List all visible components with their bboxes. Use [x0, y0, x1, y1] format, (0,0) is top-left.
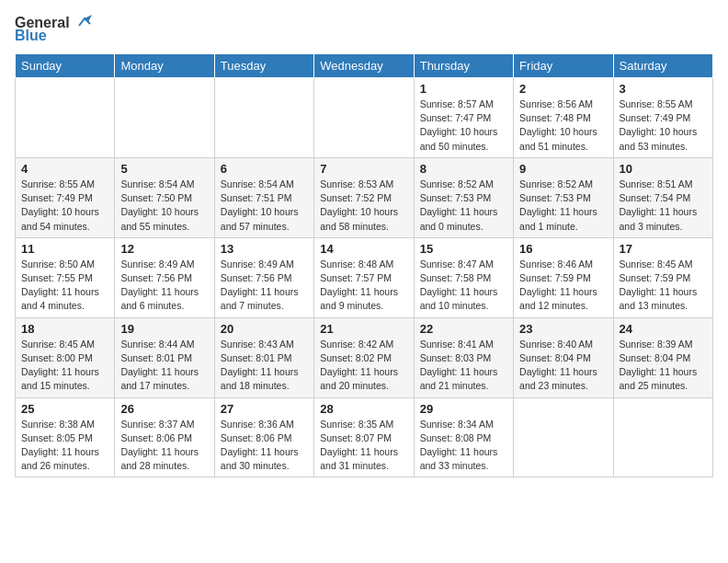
day-number: 7: [320, 162, 407, 176]
day-number: 10: [620, 162, 707, 176]
weekday-header-friday: Friday: [514, 54, 613, 78]
day-info: Sunrise: 8:52 AMSunset: 7:53 PMDaylight:…: [420, 178, 507, 234]
calendar-cell-w5-d5: [514, 397, 613, 477]
calendar-cell-w5-d4: 29Sunrise: 8:34 AMSunset: 8:08 PMDayligh…: [414, 397, 513, 477]
day-info: Sunrise: 8:38 AMSunset: 8:05 PMDaylight:…: [21, 418, 108, 474]
day-number: 1: [420, 82, 507, 96]
day-number: 3: [620, 82, 707, 96]
day-info: Sunrise: 8:54 AMSunset: 7:50 PMDaylight:…: [120, 178, 208, 234]
day-number: 28: [320, 402, 407, 416]
weekday-header-tuesday: Tuesday: [214, 54, 313, 78]
day-number: 21: [320, 322, 407, 336]
logo-blue-text: Blue: [15, 28, 47, 44]
day-info: Sunrise: 8:57 AMSunset: 7:47 PMDaylight:…: [420, 98, 507, 154]
calendar-cell-w3-d0: 11Sunrise: 8:50 AMSunset: 7:55 PMDayligh…: [16, 237, 115, 317]
weekday-header-thursday: Thursday: [414, 54, 513, 78]
day-info: Sunrise: 8:34 AMSunset: 8:08 PMDaylight:…: [420, 418, 507, 474]
logo: General Blue: [15, 15, 92, 44]
calendar-cell-w1-d3: [314, 78, 414, 158]
day-number: 5: [120, 162, 208, 176]
day-info: Sunrise: 8:37 AMSunset: 8:06 PMDaylight:…: [120, 418, 208, 474]
day-number: 13: [221, 242, 308, 256]
day-info: Sunrise: 8:55 AMSunset: 7:49 PMDaylight:…: [620, 98, 707, 154]
day-number: 4: [21, 162, 108, 176]
calendar-cell-w4-d5: 23Sunrise: 8:40 AMSunset: 8:04 PMDayligh…: [514, 317, 613, 397]
day-number: 29: [420, 402, 507, 416]
day-number: 22: [420, 322, 507, 336]
weekday-header-monday: Monday: [115, 54, 214, 78]
day-number: 27: [221, 402, 308, 416]
day-number: 26: [120, 402, 208, 416]
page-header: General Blue: [15, 15, 713, 44]
logo-bird-icon: [72, 15, 92, 31]
day-info: Sunrise: 8:55 AMSunset: 7:49 PMDaylight:…: [21, 178, 108, 234]
calendar-cell-w3-d2: 13Sunrise: 8:49 AMSunset: 7:56 PMDayligh…: [214, 237, 313, 317]
day-info: Sunrise: 8:39 AMSunset: 8:04 PMDaylight:…: [620, 338, 707, 394]
calendar-cell-w5-d6: [613, 397, 712, 477]
calendar-cell-w5-d1: 26Sunrise: 8:37 AMSunset: 8:06 PMDayligh…: [115, 397, 214, 477]
day-number: 23: [519, 322, 607, 336]
calendar-cell-w3-d4: 15Sunrise: 8:47 AMSunset: 7:58 PMDayligh…: [414, 237, 513, 317]
calendar-week-1: 1Sunrise: 8:57 AMSunset: 7:47 PMDaylight…: [16, 78, 713, 158]
day-info: Sunrise: 8:48 AMSunset: 7:57 PMDaylight:…: [320, 258, 407, 314]
calendar-cell-w2-d1: 5Sunrise: 8:54 AMSunset: 7:50 PMDaylight…: [115, 157, 214, 237]
day-number: 6: [221, 162, 308, 176]
calendar-cell-w4-d0: 18Sunrise: 8:45 AMSunset: 8:00 PMDayligh…: [16, 317, 115, 397]
day-info: Sunrise: 8:46 AMSunset: 7:59 PMDaylight:…: [519, 258, 607, 314]
weekday-header-wednesday: Wednesday: [314, 54, 414, 78]
calendar-cell-w4-d1: 19Sunrise: 8:44 AMSunset: 8:01 PMDayligh…: [115, 317, 214, 397]
day-number: 25: [21, 402, 108, 416]
calendar-cell-w4-d4: 22Sunrise: 8:41 AMSunset: 8:03 PMDayligh…: [414, 317, 513, 397]
calendar-cell-w1-d6: 3Sunrise: 8:55 AMSunset: 7:49 PMDaylight…: [613, 78, 712, 158]
calendar-cell-w2-d4: 8Sunrise: 8:52 AMSunset: 7:53 PMDaylight…: [414, 157, 513, 237]
day-number: 20: [221, 322, 308, 336]
day-info: Sunrise: 8:43 AMSunset: 8:01 PMDaylight:…: [221, 338, 308, 394]
day-info: Sunrise: 8:45 AMSunset: 7:59 PMDaylight:…: [620, 258, 707, 314]
day-info: Sunrise: 8:40 AMSunset: 8:04 PMDaylight:…: [519, 338, 607, 394]
day-number: 19: [120, 322, 208, 336]
weekday-header-saturday: Saturday: [613, 54, 712, 78]
day-info: Sunrise: 8:54 AMSunset: 7:51 PMDaylight:…: [221, 178, 308, 234]
day-number: 18: [21, 322, 108, 336]
day-number: 24: [620, 322, 707, 336]
day-info: Sunrise: 8:56 AMSunset: 7:48 PMDaylight:…: [519, 98, 607, 154]
calendar-cell-w5-d3: 28Sunrise: 8:35 AMSunset: 8:07 PMDayligh…: [314, 397, 414, 477]
day-number: 12: [120, 242, 208, 256]
day-info: Sunrise: 8:41 AMSunset: 8:03 PMDaylight:…: [420, 338, 507, 394]
day-info: Sunrise: 8:49 AMSunset: 7:56 PMDaylight:…: [120, 258, 208, 314]
calendar-cell-w1-d5: 2Sunrise: 8:56 AMSunset: 7:48 PMDaylight…: [514, 78, 613, 158]
calendar-cell-w4-d3: 21Sunrise: 8:42 AMSunset: 8:02 PMDayligh…: [314, 317, 414, 397]
calendar-body: 1Sunrise: 8:57 AMSunset: 7:47 PMDaylight…: [16, 78, 713, 477]
calendar-cell-w2-d0: 4Sunrise: 8:55 AMSunset: 7:49 PMDaylight…: [16, 157, 115, 237]
calendar-table: SundayMondayTuesdayWednesdayThursdayFrid…: [15, 53, 713, 477]
day-number: 2: [519, 82, 607, 96]
day-number: 15: [420, 242, 507, 256]
calendar-cell-w5-d0: 25Sunrise: 8:38 AMSunset: 8:05 PMDayligh…: [16, 397, 115, 477]
calendar-cell-w4-d6: 24Sunrise: 8:39 AMSunset: 8:04 PMDayligh…: [613, 317, 712, 397]
calendar-cell-w3-d6: 17Sunrise: 8:45 AMSunset: 7:59 PMDayligh…: [613, 237, 712, 317]
calendar-cell-w1-d2: [214, 78, 313, 158]
day-info: Sunrise: 8:47 AMSunset: 7:58 PMDaylight:…: [420, 258, 507, 314]
day-number: 9: [519, 162, 607, 176]
calendar-cell-w2-d6: 10Sunrise: 8:51 AMSunset: 7:54 PMDayligh…: [613, 157, 712, 237]
calendar-week-3: 11Sunrise: 8:50 AMSunset: 7:55 PMDayligh…: [16, 237, 713, 317]
day-info: Sunrise: 8:45 AMSunset: 8:00 PMDaylight:…: [21, 338, 108, 394]
day-number: 17: [620, 242, 707, 256]
weekday-header-sunday: Sunday: [16, 54, 115, 78]
weekday-header-row: SundayMondayTuesdayWednesdayThursdayFrid…: [16, 54, 713, 78]
day-info: Sunrise: 8:42 AMSunset: 8:02 PMDaylight:…: [320, 338, 407, 394]
day-number: 8: [420, 162, 507, 176]
calendar-cell-w2-d3: 7Sunrise: 8:53 AMSunset: 7:52 PMDaylight…: [314, 157, 414, 237]
day-info: Sunrise: 8:35 AMSunset: 8:07 PMDaylight:…: [320, 418, 407, 474]
day-info: Sunrise: 8:52 AMSunset: 7:53 PMDaylight:…: [519, 178, 607, 234]
calendar-week-5: 25Sunrise: 8:38 AMSunset: 8:05 PMDayligh…: [16, 397, 713, 477]
day-number: 14: [320, 242, 407, 256]
calendar-cell-w2-d2: 6Sunrise: 8:54 AMSunset: 7:51 PMDaylight…: [214, 157, 313, 237]
calendar-cell-w2-d5: 9Sunrise: 8:52 AMSunset: 7:53 PMDaylight…: [514, 157, 613, 237]
calendar-cell-w3-d1: 12Sunrise: 8:49 AMSunset: 7:56 PMDayligh…: [115, 237, 214, 317]
calendar-cell-w1-d4: 1Sunrise: 8:57 AMSunset: 7:47 PMDaylight…: [414, 78, 513, 158]
calendar-cell-w5-d2: 27Sunrise: 8:36 AMSunset: 8:06 PMDayligh…: [214, 397, 313, 477]
day-info: Sunrise: 8:44 AMSunset: 8:01 PMDaylight:…: [120, 338, 208, 394]
day-info: Sunrise: 8:50 AMSunset: 7:55 PMDaylight:…: [21, 258, 108, 314]
calendar-cell-w3-d5: 16Sunrise: 8:46 AMSunset: 7:59 PMDayligh…: [514, 237, 613, 317]
